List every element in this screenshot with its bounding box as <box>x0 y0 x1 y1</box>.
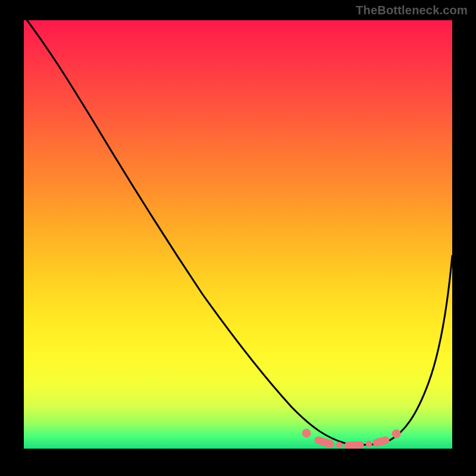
chart-container: TheBottleneck.com <box>0 0 476 476</box>
watermark-text: TheBottleneck.com <box>356 4 468 17</box>
svg-line-3 <box>348 445 360 446</box>
svg-point-6 <box>392 430 400 438</box>
svg-point-4 <box>366 441 372 447</box>
plot-area <box>24 20 452 449</box>
svg-point-0 <box>302 429 311 437</box>
svg-line-1 <box>318 440 330 444</box>
svg-point-2 <box>336 442 342 448</box>
optimal-zone-markers <box>302 429 400 448</box>
bottleneck-curve-svg <box>24 20 452 449</box>
bottleneck-curve-line <box>26 20 452 445</box>
svg-line-5 <box>377 440 386 443</box>
